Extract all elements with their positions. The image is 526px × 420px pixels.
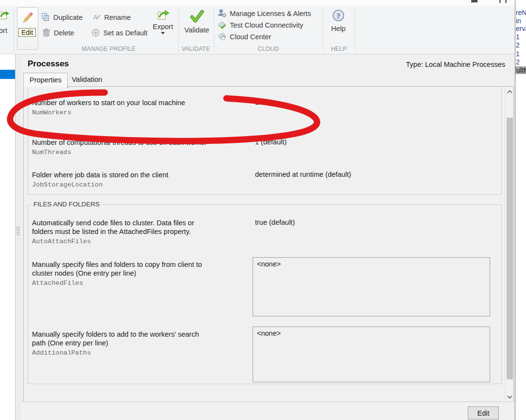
property-name-numthreads: NumThreads	[32, 149, 255, 156]
clipped-text-fragment: in	[516, 17, 521, 25]
set-as-default-button[interactable]: Set as Default	[91, 28, 147, 37]
property-label-jobstoragelocation: Folder where job data is stored on the c…	[32, 171, 255, 179]
profile-detail-panel: Processes Type: Local Machine Processes …	[21, 54, 515, 420]
panel-footer: Edit	[21, 402, 515, 420]
property-label-numthreads: Number of computational threads to use o…	[32, 138, 255, 147]
validate-check-icon	[189, 8, 205, 24]
validate-button[interactable]: Validate	[182, 8, 212, 34]
rename-button[interactable]: A Rename	[92, 13, 131, 22]
cloud-center-label: Cloud Center	[230, 33, 271, 41]
rename-icon: A	[92, 13, 101, 22]
delete-label: Delete	[54, 29, 74, 37]
splitter-grip-icon[interactable]	[16, 227, 20, 236]
manage-licenses-button[interactable]: Manage Licenses & Alerts	[218, 9, 311, 18]
clipped-text-fragment: 1	[516, 33, 520, 41]
validate-label: Validate	[184, 26, 209, 34]
set-as-default-label: Set as Default	[103, 29, 147, 37]
toolbar-divider	[14, 7, 14, 52]
profile-list[interactable]	[0, 54, 16, 420]
close-icon[interactable]	[505, 0, 507, 3]
property-label-attachedfiles: Manually specify files and folders to co…	[32, 260, 255, 278]
property-value-autoattachfiles: true (default)	[255, 218, 295, 226]
toolbar-divider	[355, 7, 355, 52]
cloud-center-button[interactable]: Cloud Center	[218, 32, 271, 41]
section-label-help: HELP	[323, 46, 355, 52]
chevron-up-icon	[507, 90, 512, 93]
clipped-description-property: Description	[43, 87, 111, 91]
ribbon-toolbar: ort Edit Duplicate	[0, 6, 515, 54]
duplicate-icon	[41, 13, 50, 22]
chevron-down-icon	[507, 395, 512, 399]
additionalpaths-value: <none>	[257, 329, 281, 337]
maximize-icon[interactable]	[471, 0, 478, 2]
cloud-check-icon	[218, 20, 227, 30]
delete-button[interactable]: Delete	[42, 28, 74, 37]
pencil-icon	[21, 10, 34, 27]
cluster-profile-manager-window: ort Edit Duplicate	[0, 0, 526, 420]
import-button[interactable]: ort	[0, 7, 14, 52]
scroll-down-button[interactable]	[505, 393, 514, 401]
property-label-additionalpaths: Manually specify folders to add to the w…	[32, 330, 255, 347]
property-name-numworkers: NumWorkers	[32, 109, 255, 116]
close-icon[interactable]	[499, 0, 501, 3]
svg-text:A: A	[93, 14, 98, 21]
edit-profile-button[interactable]: Edit	[17, 7, 38, 50]
section-label-validate: VALIDATE	[178, 46, 213, 52]
help-icon: ?	[332, 9, 345, 22]
import-label: ort	[0, 27, 7, 34]
section-label-cloud: CLOUD	[214, 46, 323, 52]
property-name-autoattachfiles: AutoAttachFiles	[32, 238, 255, 245]
rename-label: Rename	[104, 14, 131, 21]
property-value-jobstoragelocation: determined at runtime (default)	[255, 171, 351, 178]
section-label-manage-profile: MANAGE PROFILE	[39, 46, 178, 52]
attachedfiles-input[interactable]: <none>	[253, 257, 490, 316]
set-default-icon	[91, 28, 100, 37]
edit-button-label: Edit	[18, 28, 36, 37]
help-button[interactable]: ? Help	[327, 9, 350, 32]
tab-properties[interactable]: Properties	[23, 73, 68, 87]
footer-edit-button[interactable]: Edit	[468, 406, 499, 420]
svg-text:?: ?	[336, 12, 340, 20]
clipped-text-fragment: 2	[516, 41, 520, 49]
property-name-additionalpaths: AdditionalPaths	[32, 349, 255, 357]
scroll-up-button[interactable]	[505, 88, 514, 95]
clipped-text-fragment: reN	[516, 9, 526, 16]
clipped-text-fragment: 1	[516, 50, 520, 58]
duplicate-button[interactable]: Duplicate	[41, 13, 82, 22]
profile-type-label: Type: Local Machine Processes	[406, 61, 505, 68]
property-label-autoattachfiles: Automatically send code files to cluster…	[32, 218, 255, 236]
test-cloud-connectivity-label: Test Cloud Connectivity	[230, 21, 303, 29]
manage-licenses-label: Manage Licenses & Alerts	[230, 10, 311, 17]
vertical-scrollbar[interactable]	[505, 87, 514, 402]
property-name-jobstoragelocation: JobStorageLocation	[32, 181, 255, 188]
files-and-folders-label: FILES AND FOLDERS	[31, 201, 102, 208]
export-icon	[157, 9, 170, 21]
clipped-text-fragment: erva	[516, 25, 526, 32]
background-window-fragment: reN in erva 1 2 1 2 ultM	[515, 0, 526, 420]
duplicate-label: Duplicate	[53, 14, 82, 21]
tab-validation[interactable]: Validation	[66, 73, 108, 86]
property-name-attachedfiles: AttachedFiles	[32, 280, 255, 287]
test-cloud-connectivity-button[interactable]: Test Cloud Connectivity	[218, 20, 303, 30]
export-label: Export	[153, 23, 173, 31]
licenses-person-gear-icon	[218, 9, 227, 18]
attachedfiles-value: <none>	[257, 260, 281, 268]
clipped-selected-text-fragment: ultM	[515, 66, 526, 74]
selected-profile-item[interactable]	[0, 70, 15, 79]
cloud-center-icon	[218, 32, 227, 41]
profile-title: Processes	[28, 59, 69, 69]
property-value-numworkers: 16	[255, 98, 263, 106]
import-icon	[0, 8, 10, 21]
trash-icon	[42, 28, 51, 37]
scrollbar-thumb[interactable]	[507, 118, 513, 379]
export-button[interactable]: Export	[149, 9, 176, 34]
properties-scroll-area: Description Number of workers to start o…	[23, 86, 514, 402]
clipped-text-fragment: 2	[516, 58, 520, 66]
dropdown-caret-icon	[161, 32, 165, 34]
help-label: Help	[331, 25, 346, 32]
additionalpaths-input[interactable]: <none>	[253, 327, 490, 382]
property-value-numthreads: 1 (default)	[255, 138, 287, 146]
property-label-numworkers: Number of workers to start on your local…	[32, 98, 255, 107]
